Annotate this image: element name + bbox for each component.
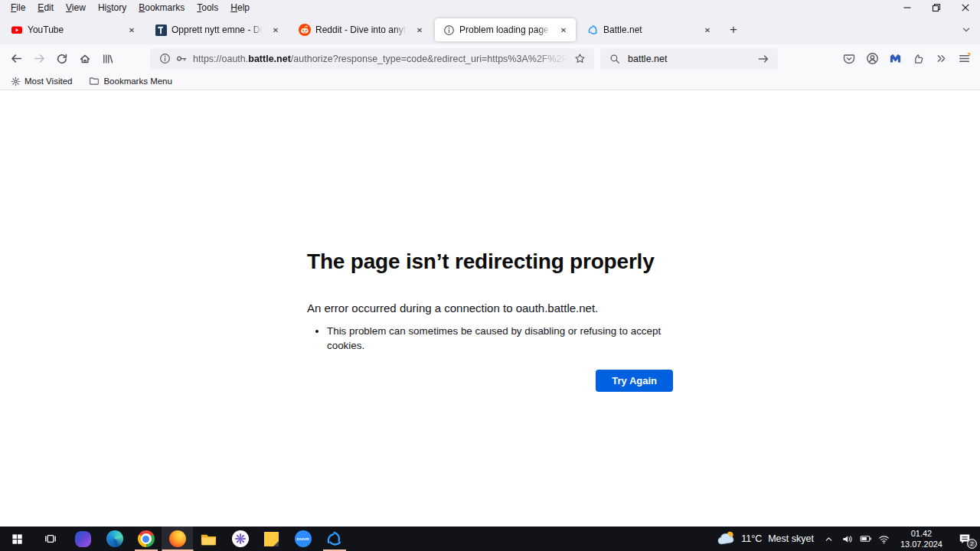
hamburger-menu-icon bbox=[958, 52, 971, 65]
menu-label: iew bbox=[72, 2, 86, 13]
site-info-icon[interactable] bbox=[156, 51, 173, 67]
pocket-button[interactable] bbox=[838, 48, 861, 70]
close-window-button[interactable] bbox=[951, 0, 980, 15]
tab-title: Battle.net bbox=[603, 24, 695, 35]
wifi-button[interactable] bbox=[875, 527, 893, 551]
taskbar-app-battlenet[interactable] bbox=[318, 527, 350, 551]
app-menu-button[interactable] bbox=[952, 48, 975, 70]
error-page: The page isn’t redirecting properly An e… bbox=[307, 249, 673, 392]
tab-close-icon[interactable]: ✕ bbox=[412, 22, 427, 37]
account-icon bbox=[866, 52, 879, 65]
volume-button[interactable] bbox=[838, 527, 857, 551]
action-center-button[interactable]: 2 bbox=[949, 527, 980, 551]
back-button[interactable] bbox=[5, 48, 28, 70]
bookmark-menu-folder[interactable]: Bookmarks Menu bbox=[86, 74, 175, 88]
menu-bar: File Edit View History Bookmarks Tools H… bbox=[0, 1, 256, 15]
tab-problem-loading-active[interactable]: Problem loading page ✕ bbox=[435, 18, 576, 41]
tab-title: Problem loading page bbox=[459, 24, 551, 35]
malwarebytes-icon bbox=[889, 52, 902, 65]
tab-reddit[interactable]: Reddit - Dive into anything ✕ bbox=[291, 18, 432, 41]
overflow-menu-button[interactable] bbox=[929, 48, 952, 70]
bookmark-most-visited[interactable]: Most Visited bbox=[8, 75, 75, 88]
menu-label: H bbox=[230, 2, 237, 13]
taskbar-app-chrome[interactable] bbox=[130, 527, 162, 551]
search-bar[interactable]: battle.net bbox=[600, 48, 778, 70]
menu-help[interactable]: Help bbox=[224, 1, 256, 15]
battery-icon bbox=[860, 533, 872, 545]
system-tray bbox=[820, 527, 893, 551]
extension-thumb-button[interactable] bbox=[906, 48, 929, 70]
menu-edit[interactable]: Edit bbox=[31, 1, 60, 15]
weather-condition: Mest skyet bbox=[768, 533, 814, 544]
thumb-up-icon bbox=[912, 53, 924, 65]
battlenet-icon bbox=[325, 530, 343, 548]
taskbar-clock[interactable]: 01.42 13.07.2024 bbox=[893, 528, 949, 550]
reddit-icon bbox=[299, 24, 311, 36]
start-button[interactable] bbox=[0, 527, 34, 551]
taskbar-app-ms365[interactable] bbox=[67, 527, 99, 551]
back-icon bbox=[10, 52, 23, 65]
menu-tools[interactable]: Tools bbox=[191, 1, 224, 15]
home-button[interactable] bbox=[74, 48, 96, 70]
reload-icon bbox=[56, 53, 68, 65]
forward-icon bbox=[33, 52, 46, 65]
tray-expand-button[interactable] bbox=[820, 527, 838, 551]
bookmark-star-icon[interactable] bbox=[571, 51, 588, 67]
malwarebytes-extension-button[interactable] bbox=[884, 48, 906, 70]
minimize-icon bbox=[903, 3, 912, 12]
titlebar: File Edit View History Bookmarks Tools H… bbox=[0, 0, 980, 15]
saved-password-key-icon[interactable] bbox=[173, 51, 190, 67]
list-all-tabs-button[interactable] bbox=[956, 19, 977, 41]
forward-button[interactable] bbox=[28, 48, 51, 70]
bookmark-label: Bookmarks Menu bbox=[103, 77, 172, 86]
library-icon bbox=[102, 53, 114, 65]
chevron-up-icon bbox=[824, 534, 834, 544]
search-go-arrow-icon[interactable] bbox=[755, 51, 772, 67]
menu-bookmarks[interactable]: Bookmarks bbox=[132, 1, 191, 15]
menu-label: ools bbox=[201, 2, 218, 13]
taskbar-app-sticky-notes[interactable] bbox=[256, 527, 287, 551]
taskbar-app-edge[interactable] bbox=[99, 527, 130, 551]
menu-label: Hi bbox=[98, 2, 106, 13]
tab-strip: YouTube ✕ Opprett nytt emne - Diskusjon.… bbox=[0, 15, 980, 44]
url-bar[interactable]: https://oauth.battle.net/authorize?respo… bbox=[150, 48, 594, 70]
task-view-icon bbox=[44, 533, 57, 545]
info-icon bbox=[443, 24, 455, 36]
taskbar-app-firefox[interactable] bbox=[162, 527, 193, 551]
tab-close-icon[interactable]: ✕ bbox=[700, 22, 715, 37]
menu-view[interactable]: View bbox=[60, 1, 92, 15]
tab-battlenet[interactable]: Battle.net ✕ bbox=[579, 18, 720, 41]
account-button[interactable] bbox=[861, 48, 884, 70]
library-button[interactable] bbox=[96, 48, 119, 70]
taskbar-app-explorer[interactable] bbox=[193, 527, 224, 551]
search-value: battle.net bbox=[628, 54, 755, 64]
menu-label: V bbox=[66, 2, 72, 13]
tab-close-icon[interactable]: ✕ bbox=[268, 22, 283, 37]
battery-button[interactable] bbox=[857, 527, 875, 551]
new-tab-button[interactable]: + bbox=[723, 19, 744, 41]
tab-close-icon[interactable]: ✕ bbox=[556, 22, 571, 37]
ms365-icon bbox=[75, 531, 91, 547]
pocket-icon bbox=[843, 53, 855, 65]
edge-icon bbox=[106, 530, 123, 547]
browser-chrome: File Edit View History Bookmarks Tools H… bbox=[0, 0, 980, 90]
minimize-button[interactable] bbox=[893, 0, 922, 15]
page-content: The page isn’t redirecting properly An e… bbox=[0, 91, 980, 527]
task-view-button[interactable] bbox=[34, 527, 67, 551]
sticky-notes-icon bbox=[264, 532, 279, 546]
try-again-button[interactable]: Try Again bbox=[596, 370, 673, 392]
tab-title: YouTube bbox=[28, 24, 119, 35]
reload-button[interactable] bbox=[51, 48, 74, 70]
bookmark-label: Most Visited bbox=[24, 77, 72, 86]
menu-history[interactable]: History bbox=[92, 1, 132, 15]
menu-label: dit bbox=[44, 2, 54, 13]
taskbar-app-flower[interactable] bbox=[224, 527, 256, 551]
taskbar-weather[interactable]: 11°CMest skyet bbox=[710, 527, 820, 551]
tab-title: Opprett nytt emne - Diskusjon.n bbox=[172, 24, 263, 35]
tab-youtube[interactable]: YouTube ✕ bbox=[3, 18, 144, 41]
restore-button[interactable] bbox=[922, 0, 951, 15]
tab-close-icon[interactable]: ✕ bbox=[124, 22, 139, 37]
menu-file[interactable]: File bbox=[5, 1, 31, 15]
taskbar-app-zoom[interactable]: zoom bbox=[287, 527, 318, 551]
tab-forum[interactable]: Opprett nytt emne - Diskusjon.n ✕ bbox=[147, 18, 288, 41]
